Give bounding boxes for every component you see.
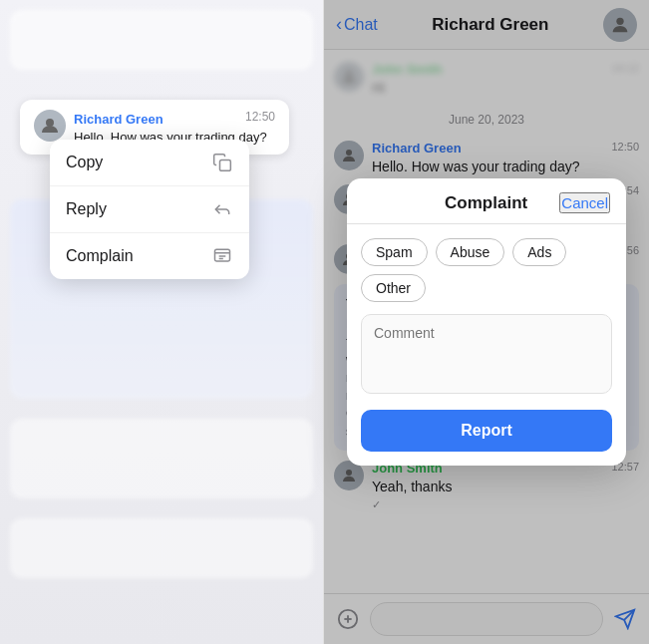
tag-spam[interactable]: Spam — [361, 238, 428, 266]
blur-item-3 — [10, 419, 313, 498]
modal-cancel-button[interactable]: Cancel — [559, 192, 610, 213]
reply-icon — [211, 198, 233, 220]
blur-item-4 — [10, 518, 313, 578]
tag-ads[interactable]: Ads — [512, 238, 566, 266]
complaint-tags: Spam Abuse Ads Other — [361, 238, 612, 302]
complain-icon — [211, 245, 233, 267]
modal-header: Complaint Cancel — [347, 178, 626, 223]
context-menu-copy[interactable]: Copy — [50, 140, 249, 186]
context-menu-reply[interactable]: Reply — [50, 186, 249, 233]
svg-rect-1 — [220, 161, 231, 171]
modal-overlay: Complaint Cancel Spam Abuse Ads Other Re… — [324, 0, 649, 644]
complain-label: Complain — [66, 247, 134, 265]
preview-time: 12:50 — [245, 110, 275, 124]
right-panel: ‹ Chat Richard Green John Smith 14:12 Hi — [324, 0, 649, 644]
preview-avatar — [34, 110, 66, 142]
reply-label: Reply — [66, 200, 107, 218]
svg-point-0 — [46, 119, 54, 127]
modal-body: Spam Abuse Ads Other Report — [347, 224, 626, 466]
report-button[interactable]: Report — [361, 410, 612, 452]
modal-title: Complaint — [413, 193, 559, 213]
preview-sender: Richard Green — [74, 112, 163, 127]
context-menu-complain[interactable]: Complain — [50, 233, 249, 279]
copy-icon — [211, 152, 233, 173]
copy-label: Copy — [66, 154, 103, 171]
tag-abuse[interactable]: Abuse — [436, 238, 505, 266]
complaint-modal: Complaint Cancel Spam Abuse Ads Other Re… — [347, 178, 626, 466]
tag-other[interactable]: Other — [361, 274, 426, 302]
comment-input[interactable] — [361, 314, 612, 394]
left-panel: Richard Green 12:50 Hello. How was your … — [0, 0, 324, 644]
context-menu: Copy Reply Complain — [50, 140, 249, 279]
blur-item-1 — [10, 10, 313, 70]
